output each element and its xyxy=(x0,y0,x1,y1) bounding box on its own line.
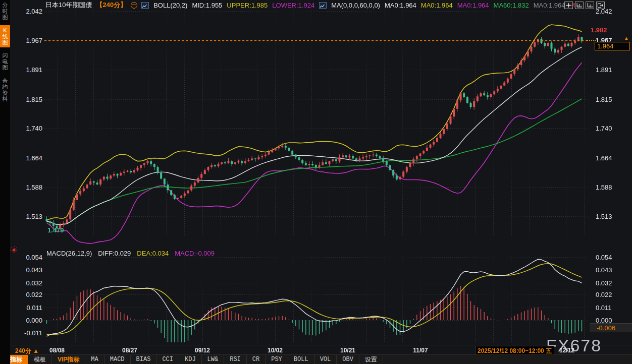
toolbar-button-CR[interactable]: CR xyxy=(247,355,266,364)
price-tick-left: 1.664 xyxy=(12,154,42,162)
indicator-value: MA60:1.832 xyxy=(494,2,529,9)
sidebar-tab-分时图[interactable]: 分时图 xyxy=(0,0,10,22)
sidebar-tab-K线图[interactable]: K线图 xyxy=(0,25,10,47)
macd-tick-left: 0.022 xyxy=(12,291,42,298)
macd-last-value-box: -0.006 xyxy=(590,323,632,332)
candlestick-macd-canvas[interactable] xyxy=(44,0,588,345)
price-tick-left: 1.815 xyxy=(12,96,42,103)
macd-tick-right: 0.022 xyxy=(596,291,612,298)
sidebar-tab-闪电图[interactable]: 闪电图 xyxy=(0,50,10,73)
toolbar-button-VOL[interactable]: VOL xyxy=(314,355,337,364)
price-tick-left: 1.967 xyxy=(12,37,42,44)
date-tick-09/12: 09/12 xyxy=(187,347,218,354)
indicator-value: MID:1.955 xyxy=(192,2,222,9)
date-tick-10/02: 10/02 xyxy=(260,347,290,354)
macd-diff-value: DIFF:0.029 xyxy=(98,250,131,257)
exit-fullscreen-icon[interactable] xyxy=(596,2,605,9)
macd-tick-right: 0.032 xyxy=(596,279,612,287)
axis-zoom-in-icon[interactable] xyxy=(575,2,584,9)
indicator-value: LOWER:1.924 xyxy=(272,2,314,9)
indicator-value: BOLL(20,2) xyxy=(153,2,187,9)
macd-tick-left: -0.011 xyxy=(12,329,42,337)
price-tick-left: 1.891 xyxy=(12,66,42,74)
toolbar-button-VIP指标[interactable]: VIP指标 xyxy=(52,355,85,364)
price-tick-right: 1.891 xyxy=(596,66,612,74)
macd-header: MACD(26,12,9) DIFF:0.029 DEA:0.034 MACD:… xyxy=(46,250,215,257)
indicator-value: MA0:1.964 xyxy=(421,2,453,9)
price-tick-right: 1.664 xyxy=(596,154,612,162)
chart-application: 分时图K线图闪电图合约资料 日本10年期国债 【240分】 BOLL(20,2)… xyxy=(0,0,632,364)
toolbar-button-LW&[interactable]: LW& xyxy=(202,355,225,364)
toolbar-button-MA[interactable]: MA xyxy=(85,355,104,364)
date-tick-08/08: 08/08 xyxy=(42,347,72,354)
macd-tick-left: 0.000 xyxy=(12,317,42,324)
indicator-value: MA(0,0,0,60,0,0) xyxy=(331,2,380,9)
session-high-label: 1.982 xyxy=(591,26,607,34)
axis-zoom-out-icon[interactable] xyxy=(586,2,594,9)
macd-tick-left: 0.032 xyxy=(12,279,42,287)
price-tick-left: 1.588 xyxy=(12,184,42,191)
mini-chart-icon[interactable] xyxy=(319,2,327,9)
macd-tick-right: 0.054 xyxy=(596,254,612,261)
toolbar-button-CCI[interactable]: CCI xyxy=(156,355,179,364)
date-tick-08/27: 08/27 xyxy=(115,347,145,354)
indicator-values: BOLL(20,2)MID:1.955UPPER:1.985LOWER:1.92… xyxy=(141,2,580,9)
date-tick-11/07: 11/07 xyxy=(405,347,436,354)
toolbar-button-设置[interactable]: 设置 xyxy=(359,355,383,364)
macd-title[interactable]: MACD(26,12,9) xyxy=(46,250,92,257)
toolbar-button-模板[interactable]: 模板 xyxy=(28,355,52,364)
macd-tick-left: 0.011 xyxy=(12,304,42,312)
toolbar-button-KDJ[interactable]: KDJ xyxy=(179,355,202,364)
price-tick-left: 2.042 xyxy=(12,8,42,15)
mini-chart-icon[interactable] xyxy=(141,2,149,9)
indicator-value: MA0:1.964 xyxy=(534,2,565,9)
crosshair-move-icon[interactable] xyxy=(564,2,573,9)
window-control-icons xyxy=(564,2,605,9)
price-alert-arrow-icon[interactable]: ▲ xyxy=(624,35,629,41)
toolbar-button-OBV[interactable]: OBV xyxy=(337,355,359,364)
toolbar-button-MACD[interactable]: MACD xyxy=(104,355,131,364)
toolbar-button-BOLL[interactable]: BOLL xyxy=(288,355,314,364)
macd-dea-value: DEA:0.034 xyxy=(137,250,169,257)
chart-header: 日本10年期国债 【240分】 BOLL(20,2)MID:1.955UPPER… xyxy=(45,1,580,9)
indicator-toolbar: 指标模板VIP指标MAMACDBIASCCIKDJLW&RSICRPSYBOLL… xyxy=(0,354,632,364)
left-sidebar: 分时图K线图闪电图合约资料 xyxy=(0,0,10,364)
macd-tick-right: 0.043 xyxy=(596,266,612,274)
indicator-value: MA0:1.964 xyxy=(457,2,489,9)
price-tick-right: 1.513 xyxy=(596,213,612,220)
last-price-box: 1.964 xyxy=(595,42,630,50)
price-tick-right: 1.815 xyxy=(596,96,612,103)
indicator-value: UPPER:1.985 xyxy=(227,2,268,9)
session-low-label: 1.479 xyxy=(47,226,64,234)
macd-tick-left: 0.043 xyxy=(12,266,42,274)
price-tick-right: 1.740 xyxy=(596,125,612,132)
toolbar-button-PSY[interactable]: PSY xyxy=(266,355,288,364)
time-axis: 240分 ▲ 08/0808/2709/1210/0210/2111/07 20… xyxy=(0,345,632,355)
price-tick-left: 1.740 xyxy=(12,125,42,132)
toolbar-button-BIAS[interactable]: BIAS xyxy=(131,355,157,364)
last-date-label: 12/12 xyxy=(559,347,574,354)
symbol-title: 日本10年期国债 xyxy=(45,1,92,10)
indicator-marker-icon[interactable] xyxy=(10,246,18,256)
macd-tick-right: 0.011 xyxy=(596,304,612,312)
price-tick-right: 1.588 xyxy=(596,184,612,191)
toolbar-button-RSI[interactable]: RSI xyxy=(224,355,247,364)
price-tick-left: 1.513 xyxy=(12,213,42,220)
date-tick-10/21: 10/21 xyxy=(333,347,363,354)
sidebar-tab-合约资料[interactable]: 合约资料 xyxy=(0,76,10,104)
zoom-out-icon[interactable] xyxy=(131,2,137,9)
macd-value: MACD:-0.009 xyxy=(175,250,215,257)
indicator-value: MA0:1.964 xyxy=(385,2,416,9)
alert-dash-extension xyxy=(586,40,596,41)
interval-badge[interactable]: 【240分】 xyxy=(96,1,127,10)
